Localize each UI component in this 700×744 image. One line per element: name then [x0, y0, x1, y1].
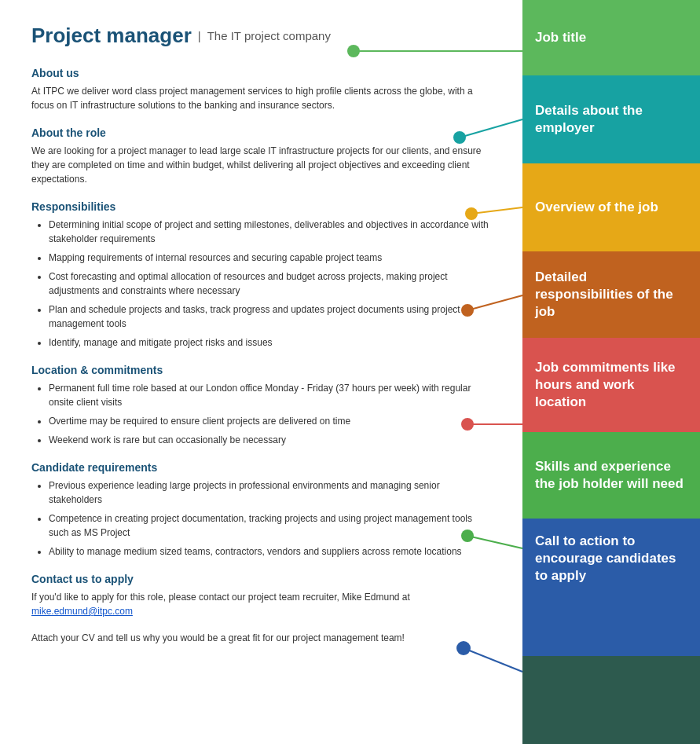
list-item: Mapping requirements of internal resourc…	[49, 251, 491, 265]
annotation-panel: Job title Details about the employer Ove…	[522, 0, 700, 744]
main-container: Project manager | The IT project company…	[0, 0, 700, 744]
job-title-text: Project manager	[31, 24, 192, 48]
responsibilities-heading: Responsibilities	[31, 200, 491, 213]
list-item: Identify, manage and mitigate project ri…	[49, 335, 491, 350]
candidate-heading: Candidate requirements	[31, 461, 491, 474]
contact-section: Contact us to apply If you'd like to app…	[31, 573, 491, 645]
contact-text1: If you'd like to apply for this role, pl…	[31, 590, 491, 618]
responsibilities-section: Responsibilities Determining initial sco…	[31, 200, 491, 350]
candidate-list: Previous experience leading large projec…	[31, 478, 491, 559]
location-heading: Location & commitments	[31, 364, 491, 376]
list-item: Permanent full time role based at our Lo…	[49, 381, 491, 409]
company-separator: |	[198, 29, 201, 42]
list-item: Competence in creating project documenta…	[49, 511, 491, 540]
about-role-text: We are looking for a project manager to …	[31, 144, 491, 186]
annotation-commitments: Job commitments like hours and work loca…	[522, 338, 700, 432]
location-list: Permanent full time role based at our Lo…	[31, 381, 491, 447]
list-item: Cost forecasting and optimal allocation …	[49, 269, 491, 298]
list-item: Previous experience leading large projec…	[49, 478, 491, 507]
about-role-heading: About the role	[31, 126, 491, 139]
list-item: Plan and schedule projects and tasks, tr…	[49, 302, 491, 331]
job-title-row: Project manager | The IT project company	[31, 24, 491, 48]
list-item: Ability to manage medium sized teams, co…	[49, 544, 491, 559]
annotation-skills: Skills and experience the job holder wil…	[522, 432, 700, 519]
list-item: Weekend work is rare but can occasionall…	[49, 433, 491, 447]
candidate-section: Candidate requirements Previous experien…	[31, 461, 491, 559]
annotation-responsibilities: Detailed responsibilities of the job	[522, 251, 700, 338]
list-item: Overtime may be required to ensure clien…	[49, 414, 491, 428]
annotation-overview: Overview of the job	[522, 163, 700, 251]
about-us-text: At ITPC we deliver word class project ma…	[31, 84, 491, 112]
annotation-cta: Call to action to encourage candidates t…	[522, 519, 700, 656]
about-role-section: About the role We are looking for a proj…	[31, 126, 491, 186]
contact-text2: Attach your CV and tell us why you would…	[31, 631, 491, 645]
annotation-employer: Details about the employer	[522, 75, 700, 163]
about-us-heading: About us	[31, 67, 491, 79]
document-panel: Project manager | The IT project company…	[0, 0, 522, 744]
company-name: The IT project company	[207, 29, 331, 42]
about-us-section: About us At ITPC we deliver word class p…	[31, 67, 491, 112]
responsibilities-list: Determining initial scope of project and…	[31, 218, 491, 350]
location-section: Location & commitments Permanent full ti…	[31, 364, 491, 447]
email-link[interactable]: mike.edmund@itpc.com	[31, 606, 133, 617]
annotation-job-title: Job title	[522, 0, 700, 75]
list-item: Determining initial scope of project and…	[49, 218, 491, 246]
contact-heading: Contact us to apply	[31, 573, 491, 585]
